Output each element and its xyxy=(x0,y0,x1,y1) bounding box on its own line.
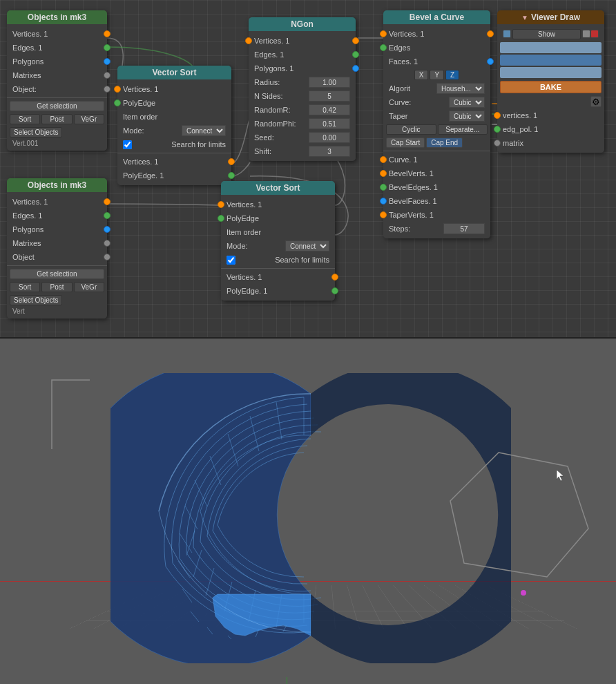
taper-select[interactable]: Cubic xyxy=(449,111,485,122)
select-objects-btn-1[interactable]: Select Objects xyxy=(10,127,62,137)
socket-left xyxy=(380,211,387,218)
node-row: Edges. 1 xyxy=(7,209,107,222)
shift-row: Shift: xyxy=(249,144,356,158)
socket-left xyxy=(494,126,501,133)
socket-left xyxy=(380,170,387,177)
get-selection-btn-2[interactable]: Get selection xyxy=(10,269,104,279)
mode-row-2: Mode: Connect xyxy=(221,239,335,253)
viewer-edgpol-row: edg_pol. 1 xyxy=(497,122,604,136)
sort-btn-1[interactable]: Sort xyxy=(10,114,40,124)
socket-right xyxy=(331,287,338,294)
cap-end-btn[interactable]: Cap End xyxy=(426,137,463,148)
bevel-edges-row: BevelEdges. 1 xyxy=(383,180,490,194)
node-row: Item order xyxy=(221,225,335,239)
nsides-input[interactable] xyxy=(309,91,350,102)
vector-sort-header-1: Vector Sort xyxy=(117,66,231,79)
node-row: Matrixes xyxy=(7,236,107,250)
viewer-draw-title: Viewer Draw xyxy=(531,12,580,22)
node-row: Vertices. 1 xyxy=(221,198,335,211)
seed-row: Seed: xyxy=(249,131,356,144)
socket-edges-out xyxy=(104,44,110,51)
node-row: Vertices. 1 xyxy=(383,27,490,41)
bevel-verts-row: BevelVerts. 1 xyxy=(383,167,490,180)
taper-verts-row: TaperVerts. 1 xyxy=(383,208,490,222)
cap-start-btn[interactable]: Cap Start xyxy=(386,137,425,148)
post-btn-1[interactable]: Post xyxy=(41,114,72,124)
mouse-cursor xyxy=(555,468,569,482)
node-row: Faces. 1 xyxy=(383,55,490,68)
objects-mk3-header-2: Objects in mk3 xyxy=(7,178,107,192)
socket-left xyxy=(494,112,501,119)
socket-left xyxy=(114,99,121,106)
socket-right xyxy=(331,274,338,281)
vegr-btn-2[interactable]: VeGr xyxy=(74,282,104,292)
sort-post-vegr-row-1: Sort Post VeGr xyxy=(7,113,107,126)
node-row: Vertices. 1 xyxy=(7,27,107,41)
search-limits-cb-1[interactable] xyxy=(123,140,132,149)
x-btn[interactable] xyxy=(590,30,599,38)
mode-select-2[interactable]: Connect xyxy=(285,240,329,251)
objects-mk3-node-1: Objects in mk3 Vertices. 1 Edges. 1 Poly… xyxy=(7,10,107,151)
wire-shape-right xyxy=(443,446,595,584)
socket-left xyxy=(380,44,387,51)
search-limits-row: Search for limits xyxy=(117,137,231,151)
vert-label-1: Vert.001 xyxy=(7,139,107,148)
ngon-node: NGon Vertices. 1 Edges. 1 Polygons. 1 Ra… xyxy=(249,17,356,161)
eye-btn[interactable] xyxy=(503,30,511,38)
taper-row: Taper Cubic xyxy=(383,109,490,123)
node-row: PolyEdge xyxy=(117,96,231,110)
socket-left xyxy=(494,140,501,146)
steps-input[interactable] xyxy=(443,223,485,234)
socket-right xyxy=(352,37,359,44)
show-btn[interactable]: Show xyxy=(512,29,581,39)
shift-input[interactable] xyxy=(309,146,350,157)
gear-btn[interactable]: ⚙ xyxy=(590,96,601,107)
viewer-draw-node: ▼ Viewer Draw Show BAKE ⚙ xyxy=(497,10,604,153)
z-axis-btn[interactable]: Z xyxy=(445,70,459,80)
socket-edges-out-2 xyxy=(104,212,110,219)
sort-btn-2[interactable]: Sort xyxy=(10,282,40,292)
bake-btn[interactable]: BAKE xyxy=(500,81,601,93)
node-row: Edges. 1 xyxy=(7,41,107,55)
viewer-preview-row xyxy=(497,41,604,79)
mode-select-1[interactable]: Connect xyxy=(182,125,226,136)
viewer-verts-row: vertices. 1 xyxy=(497,108,604,122)
objects-mk3-node-2: Objects in mk3 Vertices. 1 Edges. 1 Poly… xyxy=(7,178,107,319)
nsides-row: N Sides: xyxy=(249,89,356,103)
socket-left xyxy=(114,86,121,93)
vector-sort-header-2: Vector Sort xyxy=(221,181,335,195)
node-editor: Objects in mk3 Vertices. 1 Edges. 1 Poly… xyxy=(0,0,616,339)
objects-mk3-header-1: Objects in mk3 xyxy=(7,10,107,24)
bevel-faces-row: BevelFaces. 1 xyxy=(383,194,490,208)
socket-right xyxy=(352,65,359,72)
randomphi-input[interactable] xyxy=(309,118,350,129)
curve-select[interactable]: Cubic xyxy=(449,97,485,108)
y-axis-btn[interactable]: Y xyxy=(430,70,444,80)
post-btn-2[interactable]: Post xyxy=(41,282,72,292)
vegr-btn-1[interactable]: VeGr xyxy=(74,114,104,124)
mode-row: Mode: Connect xyxy=(117,124,231,137)
randomr-input[interactable] xyxy=(309,104,350,115)
sort-post-vegr-row-2: Sort Post VeGr xyxy=(7,281,107,294)
radius-input[interactable] xyxy=(309,77,350,88)
socket-left xyxy=(218,215,224,222)
search-limits-cb-2[interactable] xyxy=(227,256,235,265)
socket-vertices-out xyxy=(104,30,110,37)
seed-input[interactable] xyxy=(309,132,350,143)
socket-left xyxy=(218,201,224,208)
socket-right xyxy=(228,172,235,179)
circle-btn[interactable] xyxy=(582,30,590,38)
get-selection-btn-1[interactable]: Get selection xyxy=(10,101,104,111)
axis-y-line xyxy=(287,677,287,684)
node-row: PolyEdge xyxy=(221,211,335,225)
cyclic-btn[interactable]: Cyclic xyxy=(386,124,436,135)
algorit-select[interactable]: Househ... xyxy=(436,83,485,94)
node-row: Vertices. 1 xyxy=(117,155,231,169)
cap-row: Cap Start Cap End xyxy=(383,136,490,149)
select-objects-btn-2[interactable]: Select Objects xyxy=(10,295,62,305)
separate-btn[interactable]: Separate... xyxy=(438,124,488,135)
viewer-preview-1 xyxy=(500,42,601,53)
purple-dot xyxy=(521,590,526,596)
triangle-icon: ▼ xyxy=(521,14,528,21)
x-axis-btn[interactable]: X xyxy=(414,70,429,80)
